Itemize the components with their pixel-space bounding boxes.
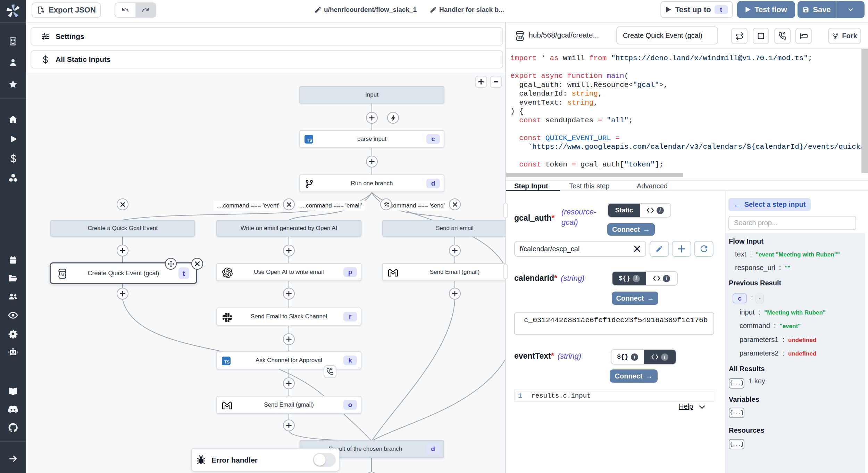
svg-text:31: 31	[518, 35, 522, 39]
